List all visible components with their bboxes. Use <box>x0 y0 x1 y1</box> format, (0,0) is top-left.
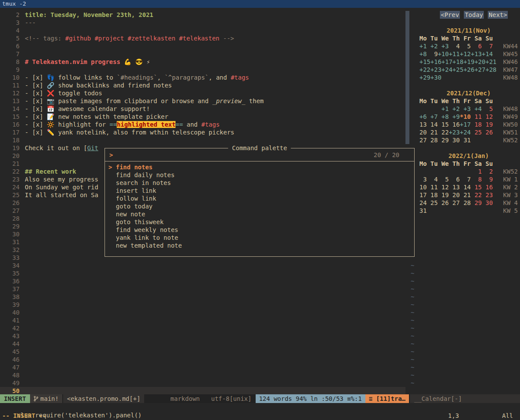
text-segment: #project <box>95 35 124 42</box>
palette-item[interactable]: find daily notes <box>105 171 414 179</box>
editor-line[interactable]: 35 <box>0 269 405 277</box>
calendar-week-row[interactable]: 10 11 12 13 14 15 16KW 2 <box>410 183 520 191</box>
line-text <box>20 379 25 387</box>
editor-line[interactable]: 49 <box>0 379 405 387</box>
empty-buffer-tilde: ~ <box>410 379 520 387</box>
calendar-week-number: KW52 <box>503 136 518 144</box>
editor-line[interactable]: 2title: Tuesday, November 23th, 2021 <box>0 11 405 19</box>
palette-item-label: search in notes <box>116 179 171 187</box>
calendar-days: +22+23+24+25+26+27+28 <box>419 66 496 74</box>
editor-line[interactable]: 10- [x] 👣 follow links to `#headings`, `… <box>0 74 405 81</box>
line-text: - [x] 🔆 highlight for ==highlighted text… <box>20 121 219 128</box>
editor-line[interactable]: 12- [x] ❌ toggle todos <box>0 89 405 97</box>
editor-line[interactable]: 39 <box>0 301 405 309</box>
editor-line[interactable]: 4 <box>0 27 405 34</box>
calendar-days: +15+16+17+18+19+20+21 <box>419 58 496 66</box>
line-number: 6 <box>0 42 20 50</box>
calendar-day-cells: 13 14 15 16 <box>419 121 460 128</box>
line-text: # Telekasten.nvim progress 💪 😎 ⚡ <box>20 58 150 66</box>
calendar-month: 2021/12(Dec)Mo Tu We Th Fr Sa Su +1 +2 +… <box>410 89 520 152</box>
line-number: 14 <box>0 105 20 113</box>
editor-line[interactable]: 48 <box>0 371 405 379</box>
calendar-week-row[interactable]: 31KW 5 <box>410 207 520 215</box>
line-number: 13 <box>0 97 20 105</box>
text-segment: - [x] 📷 paste images from clipboard or b… <box>25 97 212 104</box>
editor-line[interactable]: 44 <box>0 340 405 348</box>
calendar-days: 3 4 5 6 7 8 9 <box>419 175 493 183</box>
editor-line[interactable]: 14- [x] 📅 awesome calendar support! <box>0 105 405 113</box>
line-number: 32 <box>0 246 20 254</box>
empty-buffer-tilde: ~ <box>410 356 520 363</box>
editor-line[interactable]: 11- [x] 🔗 show backlinks and friend note… <box>0 81 405 89</box>
palette-item[interactable]: new templated note <box>105 242 414 249</box>
text-segment <box>176 35 179 42</box>
palette-item[interactable]: new note <box>105 210 414 218</box>
editor-line[interactable]: 17- [x] ✏️ yank notelink, also from wthi… <box>0 128 405 136</box>
editor-line[interactable]: 8# Telekasten.nvim progress 💪 😎 ⚡ <box>0 58 405 66</box>
calendar-week-row[interactable]: 1 2KW52 <box>410 168 520 175</box>
calendar-prev-button[interactable]: <Prev <box>440 11 460 19</box>
empty-buffer-tilde: ~ <box>410 363 520 371</box>
statusline-filetype: markdown <box>170 394 199 403</box>
editor-line[interactable]: 15- [x] 📝 new notes with template picker <box>0 113 405 121</box>
empty-buffer-tilde: ~ <box>410 309 520 316</box>
calendar-week-number: KW49 <box>503 113 518 121</box>
calendar-week-row[interactable]: 20 21 22+23+24 25 26KW51 <box>410 128 520 136</box>
palette-item[interactable]: search in notes <box>105 179 414 187</box>
calendar-week-row[interactable]: +1 +2 +3 +4 5KW48 <box>410 105 520 113</box>
calendar-week-row[interactable]: +6 +7 +8 +9*10 11 12KW49 <box>410 113 520 121</box>
text-segment: #telekasten <box>179 35 219 42</box>
calendar-blank-line <box>410 19 520 27</box>
line-number: 15 <box>0 113 20 121</box>
editor-line[interactable]: 7 <box>0 50 405 58</box>
editor-line[interactable]: 13- [x] 📷 paste images from clipboard or… <box>0 97 405 105</box>
palette-item[interactable]: goto today <box>105 202 414 210</box>
calendar-week-number: KW44 <box>503 42 518 50</box>
palette-item[interactable]: follow link <box>105 195 414 202</box>
editor-line[interactable]: 47 <box>0 363 405 371</box>
palette-item[interactable]: find weekly notes <box>105 226 414 234</box>
editor-line[interactable]: 46 <box>0 356 405 363</box>
palette-item[interactable]: insert link <box>105 187 414 195</box>
editor-line[interactable]: 18 <box>0 136 405 144</box>
calendar-week-row[interactable]: 24 25 26 27 28 29 30KW 4 <box>410 199 520 207</box>
line-text <box>20 356 25 363</box>
calendar-week-row[interactable]: 27 28 29 30 31KW52 <box>410 136 520 144</box>
calendar-week-row[interactable]: 3 4 5 6 7 8 9KW 1 <box>410 175 520 183</box>
calendar-week-row[interactable]: +8 9+10+11+12+13+14KW45 <box>410 50 520 58</box>
palette-item[interactable]: goto thisweek <box>105 218 414 226</box>
line-text: - [x] ✏️ yank notelink, also from wthin … <box>20 128 234 136</box>
calendar-week-row[interactable]: 17 18 19 20 21 22 23KW 3 <box>410 191 520 199</box>
editor-line[interactable]: 38 <box>0 293 405 301</box>
editor-line[interactable]: 3--- <box>0 19 405 27</box>
palette-item[interactable]: yank link to note <box>105 234 414 242</box>
calendar-month-title: 2021/12(Dec) <box>410 89 520 97</box>
calendar-today-button[interactable]: Today <box>464 11 484 19</box>
editor-line[interactable]: 43 <box>0 332 405 340</box>
calendar-next-button[interactable]: Next> <box>488 11 508 19</box>
editor-line[interactable]: 41 <box>0 316 405 324</box>
editor-line[interactable]: 36 <box>0 277 405 285</box>
command-line[interactable]: :lua require('telekasten').panel() <box>0 403 520 411</box>
calendar-week-row[interactable]: +29+30KW48 <box>410 74 520 81</box>
editor-line[interactable]: 40 <box>0 309 405 316</box>
editor-line[interactable]: 42 <box>0 324 405 332</box>
line-text <box>20 238 25 246</box>
editor-line[interactable]: 50 <box>0 387 405 394</box>
calendar-week-row[interactable]: +15+16+17+18+19+20+21KW46 <box>410 58 520 66</box>
editor-line[interactable]: 9 <box>0 66 405 74</box>
scrollbar-thumb[interactable] <box>405 11 409 144</box>
calendar-day-cells: 15 16 <box>471 184 493 191</box>
calendar-week-row[interactable]: 13 14 15 16+17 18 19KW50 <box>410 121 520 128</box>
editor-line[interactable]: 45 <box>0 348 405 356</box>
editor-line[interactable]: 16- [x] 🔆 highlight for ==highlighted te… <box>0 121 405 128</box>
line-text: Check it out on [Git <box>20 144 98 152</box>
editor-line[interactable]: 6 <box>0 42 405 50</box>
editor-line[interactable]: 34 <box>0 262 405 269</box>
calendar-week-row[interactable]: +22+23+24+25+26+27+28KW47 <box>410 66 520 74</box>
editor-line[interactable]: 37 <box>0 285 405 293</box>
editor-line[interactable]: 5<!-- tags: #github #project #zettelkast… <box>0 34 405 42</box>
calendar-week-number: KW 1 <box>503 175 518 183</box>
calendar-week-row[interactable]: +1 +2 +3 4 5 6 7KW44 <box>410 42 520 50</box>
palette-item[interactable]: > find notes <box>105 163 414 171</box>
